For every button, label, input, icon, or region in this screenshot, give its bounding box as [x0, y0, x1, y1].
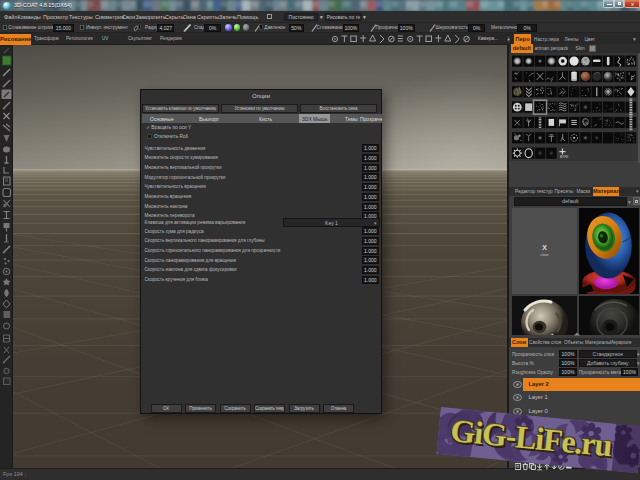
svg-text:MORE: MORE	[560, 155, 569, 159]
